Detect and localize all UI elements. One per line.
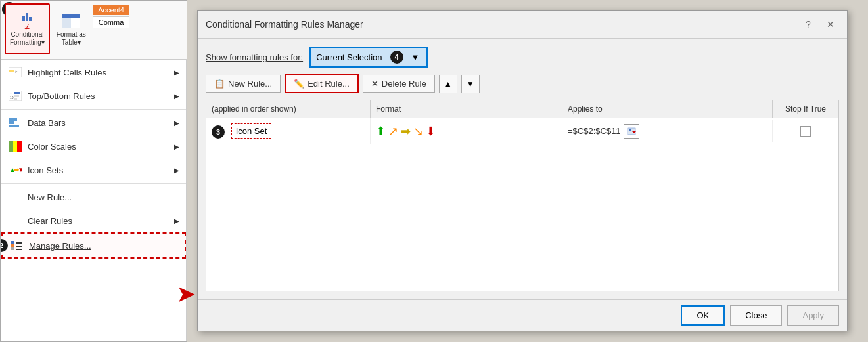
stop-checkbox[interactable] xyxy=(800,126,811,137)
edit-rule-btn-label: Edit Rule... xyxy=(308,79,350,89)
conditional-formatting-dialog: Conditional Formatting Rules Manager ? ✕… xyxy=(197,10,848,331)
svg-rect-8 xyxy=(9,70,14,72)
dropdown-menu: > Highlight Cells Rules ▶ ↑ 10 Top/Botto… xyxy=(1,60,187,341)
arrow-diag-up-icon: ↗ xyxy=(388,124,398,139)
svg-rect-20 xyxy=(13,141,17,152)
menu-data-bars[interactable]: Data Bars ▶ xyxy=(1,111,186,135)
svg-rect-28 xyxy=(16,242,22,244)
arrow-down-red-icon: ⬇ xyxy=(426,124,436,139)
svg-rect-2 xyxy=(71,14,80,18)
menu-icon-sets[interactable]: ▲ ➡ ▼ Icon Sets ▶ xyxy=(1,158,186,182)
delete-rule-button[interactable]: ✕ Delete Rule xyxy=(363,75,435,93)
arrow-up-green-icon: ⬆ xyxy=(376,124,386,139)
applies-select-button[interactable] xyxy=(624,124,639,139)
move-down-button[interactable]: ▼ xyxy=(461,75,480,93)
color-scales-label: Color Scales xyxy=(28,142,76,152)
header-applies: Applies to xyxy=(562,100,773,118)
top-bottom-icon: ↑ 10 xyxy=(8,89,22,103)
svg-rect-4 xyxy=(71,18,80,23)
help-button[interactable]: ? xyxy=(800,16,817,33)
ribbon-toolbar: ≠ ConditionalFormatting▾ Format asTable▾ xyxy=(1,1,187,60)
format-cell: ⬆ ↗ ➡ ↘ ⬇ xyxy=(371,119,562,144)
close-x-button[interactable]: ✕ xyxy=(822,16,839,33)
svg-rect-17 xyxy=(9,121,14,124)
accent4-button[interactable]: Accent4 xyxy=(93,5,130,15)
color-scales-arrow-icon: ▶ xyxy=(174,143,179,150)
show-rules-row: Show formatting rules for: Current Selec… xyxy=(206,47,839,68)
rule-cell: 3 Icon Set xyxy=(206,118,371,144)
menu-manage-rules[interactable]: 2 Manage Rules... xyxy=(1,232,186,259)
new-rule-btn-icon: 📋 xyxy=(214,79,225,89)
applies-cell: =$C$2:$C$11 xyxy=(562,120,773,142)
svg-rect-14 xyxy=(14,95,19,97)
data-bars-icon xyxy=(8,116,22,130)
manage-rules-label: Manage Rules... xyxy=(29,241,91,251)
format-table-label: Format asTable▾ xyxy=(57,31,86,47)
divider-2 xyxy=(1,183,186,184)
dialog-body: Show formatting rules for: Current Selec… xyxy=(198,39,847,299)
menu-top-bottom[interactable]: ↑ 10 Top/Bottom Rules ▶ xyxy=(1,84,186,108)
manage-rules-icon xyxy=(9,238,24,253)
clear-rules-label: Clear Rules xyxy=(28,216,72,226)
menu-color-scales[interactable]: Color Scales ▶ xyxy=(1,135,186,158)
dialog-controls: ? ✕ xyxy=(800,16,839,33)
dialog-titlebar: Conditional Formatting Rules Manager ? ✕ xyxy=(198,11,847,39)
conditional-formatting-icon: ≠ xyxy=(17,11,37,31)
show-rules-label: Show formatting rules for: xyxy=(206,53,303,62)
svg-rect-16 xyxy=(9,118,17,121)
clear-rules-icon xyxy=(8,213,22,228)
highlight-cells-icon: > xyxy=(8,65,22,79)
color-scales-icon xyxy=(8,139,22,154)
top-bottom-label: Top/Bottom Rules xyxy=(28,91,95,101)
menu-new-rule[interactable]: New Rule... xyxy=(1,185,186,209)
delete-rule-btn-icon: ✕ xyxy=(371,79,378,89)
applies-value: =$C$2:$C$11 xyxy=(568,126,621,136)
icon-sets-label: Icon Sets xyxy=(28,165,63,175)
svg-rect-26 xyxy=(11,244,14,247)
table-header: (applied in order shown) Format Applies … xyxy=(206,100,838,118)
svg-rect-25 xyxy=(11,241,14,244)
svg-rect-1 xyxy=(62,14,71,18)
current-selection-text: Current Selection xyxy=(316,53,382,62)
menu-clear-rules[interactable]: Clear Rules ▶ xyxy=(1,209,186,232)
svg-rect-19 xyxy=(9,141,13,152)
data-bars-label: Data Bars xyxy=(28,118,66,128)
svg-rect-29 xyxy=(16,246,22,247)
svg-rect-15 xyxy=(14,98,17,100)
close-button[interactable]: Close xyxy=(730,305,782,326)
svg-rect-18 xyxy=(9,125,19,127)
svg-rect-30 xyxy=(16,249,22,250)
new-rule-label: New Rule... xyxy=(28,192,72,202)
svg-rect-13 xyxy=(14,92,20,94)
current-selection-dropdown[interactable]: Current Selection 4 ▼ xyxy=(309,47,428,68)
delete-rule-btn-label: Delete Rule xyxy=(382,79,426,89)
arrow-right-icon: ➡ xyxy=(401,124,411,139)
menu-highlight-cells[interactable]: > Highlight Cells Rules ▶ xyxy=(1,60,186,84)
apply-button[interactable]: Apply xyxy=(787,305,839,326)
svg-text:10: 10 xyxy=(10,96,14,100)
comma-button[interactable]: Comma xyxy=(93,16,130,28)
svg-rect-27 xyxy=(11,247,14,250)
conditional-formatting-button[interactable]: ≠ ConditionalFormatting▾ xyxy=(5,3,50,54)
edit-rule-button[interactable]: ✏️ Edit Rule... xyxy=(285,74,359,93)
step-badge-4: 4 xyxy=(390,51,403,64)
stop-if-true-cell xyxy=(773,126,838,137)
new-rule-button[interactable]: 📋 New Rule... xyxy=(206,75,281,93)
header-rule: (applied in order shown) xyxy=(206,100,371,118)
dropdown-arrow-icon: ▼ xyxy=(411,53,420,62)
step-badge-3: 3 xyxy=(212,125,225,139)
svg-text:▼: ▼ xyxy=(18,166,22,173)
icon-sets-menu-icon: ▲ ➡ ▼ xyxy=(8,163,22,177)
ok-button[interactable]: OK xyxy=(681,305,725,326)
rules-table: (applied in order shown) Format Applies … xyxy=(206,100,839,291)
svg-rect-21 xyxy=(17,141,22,152)
svg-rect-33 xyxy=(629,129,631,131)
svg-rect-3 xyxy=(62,18,71,23)
edit-rule-btn-icon: ✏️ xyxy=(294,79,304,89)
format-as-table-button[interactable]: Format asTable▾ xyxy=(53,3,90,54)
dialog-toolbar: 📋 New Rule... ✏️ Edit Rule... ✕ Delete R… xyxy=(206,74,839,93)
ribbon-panel: 1 ≠ ConditionalFormatting▾ xyxy=(0,0,187,342)
move-up-button[interactable]: ▲ xyxy=(439,75,457,93)
cf-label: ConditionalFormatting▾ xyxy=(10,31,45,47)
data-bars-arrow-icon: ▶ xyxy=(174,119,179,127)
